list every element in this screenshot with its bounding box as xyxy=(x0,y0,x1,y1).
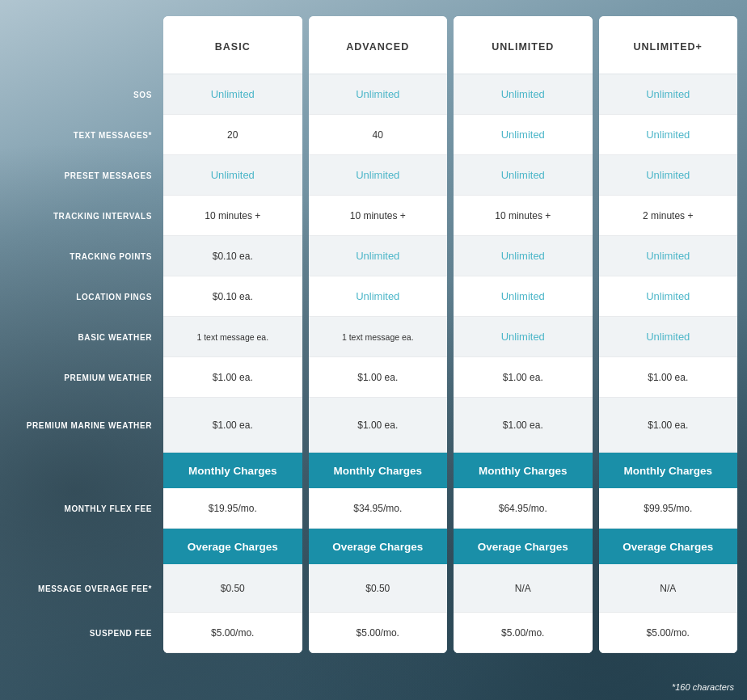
advanced-message-overage-fee: $0.50 xyxy=(309,564,448,613)
label-message-overage-fee: MESSAGE OVERAGE FEE* xyxy=(10,564,163,613)
unlimitedplus-monthly-flex-fee: $99.95/mo. xyxy=(599,488,738,529)
basic-premium-weather: $1.00 ea. xyxy=(163,357,302,398)
plans-grid: BASIC Unlimited 20 Unlimited 10 minutes … xyxy=(163,16,737,653)
unlimitedplus-message-overage-fee: N/A xyxy=(599,564,738,613)
unlimitedplus-preset-messages: Unlimited xyxy=(599,155,738,196)
advanced-premium-weather: $1.00 ea. xyxy=(309,357,448,398)
unlimitedplus-premium-weather: $1.00 ea. xyxy=(599,357,738,398)
basic-overage-section-bar: Overage Charges xyxy=(163,529,302,564)
plan-unlimitedplus-header: UNLIMITED+ xyxy=(599,16,738,74)
labels-column: SOS TEXT MESSAGES* PRESET MESSAGES TRACK… xyxy=(10,16,163,653)
label-premium-marine-weather: PREMIUM MARINE WEATHER xyxy=(10,398,163,453)
unlimited-overage-section-bar: Overage Charges xyxy=(454,529,593,564)
advanced-tracking-intervals: 10 minutes + xyxy=(309,196,448,236)
unlimited-message-overage-fee: N/A xyxy=(454,564,593,613)
plan-basic: BASIC Unlimited 20 Unlimited 10 minutes … xyxy=(163,16,302,653)
basic-basic-weather: 1 text message ea. xyxy=(163,317,302,357)
footnote: *160 characters xyxy=(672,682,734,692)
unlimitedplus-location-pings: Unlimited xyxy=(599,276,738,317)
unlimitedplus-text-messages: Unlimited xyxy=(599,115,738,155)
basic-location-pings: $0.10 ea. xyxy=(163,276,302,317)
basic-suspend-fee: $5.00/mo. xyxy=(163,613,302,653)
advanced-tracking-points: Unlimited xyxy=(309,236,448,276)
unlimitedplus-overage-section-bar: Overage Charges xyxy=(599,529,738,564)
unlimited-text-messages: Unlimited xyxy=(454,115,593,155)
label-sos: SOS xyxy=(10,74,163,115)
unlimited-premium-weather: $1.00 ea. xyxy=(454,357,593,398)
label-preset-messages: PRESET MESSAGES xyxy=(10,155,163,196)
advanced-monthly-section-bar: Monthly Charges xyxy=(309,453,448,488)
unlimited-tracking-points: Unlimited xyxy=(454,236,593,276)
advanced-basic-weather: 1 text message ea. xyxy=(309,317,448,357)
unlimited-suspend-fee: $5.00/mo. xyxy=(454,613,593,653)
basic-monthly-flex-fee: $19.95/mo. xyxy=(163,488,302,529)
unlimitedplus-basic-weather: Unlimited xyxy=(599,317,738,357)
basic-premium-marine-weather: $1.00 ea. xyxy=(163,398,302,453)
label-tracking-intervals: TRACKING INTERVALS xyxy=(10,196,163,236)
plan-advanced: ADVANCED Unlimited 40 Unlimited 10 minut… xyxy=(309,16,448,653)
plan-basic-header: BASIC xyxy=(163,16,302,74)
basic-sos: Unlimited xyxy=(163,74,302,115)
unlimitedplus-sos: Unlimited xyxy=(599,74,738,115)
unlimitedplus-premium-marine-weather: $1.00 ea. xyxy=(599,398,738,453)
plan-unlimited: UNLIMITED Unlimited Unlimited Unlimited … xyxy=(454,16,593,653)
advanced-monthly-flex-fee: $34.95/mo. xyxy=(309,488,448,529)
label-overage-spacer xyxy=(10,529,163,564)
unlimited-tracking-intervals: 10 minutes + xyxy=(454,196,593,236)
unlimited-premium-marine-weather: $1.00 ea. xyxy=(454,398,593,453)
basic-preset-messages: Unlimited xyxy=(163,155,302,196)
unlimited-basic-weather: Unlimited xyxy=(454,317,593,357)
advanced-sos: Unlimited xyxy=(309,74,448,115)
label-text-messages: TEXT MESSAGES* xyxy=(10,115,163,155)
unlimited-preset-messages: Unlimited xyxy=(454,155,593,196)
advanced-premium-marine-weather: $1.00 ea. xyxy=(309,398,448,453)
basic-tracking-intervals: 10 minutes + xyxy=(163,196,302,236)
basic-monthly-section-bar: Monthly Charges xyxy=(163,453,302,488)
label-location-pings: LOCATION PINGS xyxy=(10,276,163,317)
unlimited-monthly-flex-fee: $64.95/mo. xyxy=(454,488,593,529)
label-suspend-fee: SUSPEND FEE xyxy=(10,613,163,653)
plan-unlimitedplus: UNLIMITED+ Unlimited Unlimited Unlimited… xyxy=(599,16,738,653)
unlimited-location-pings: Unlimited xyxy=(454,276,593,317)
plan-advanced-header: ADVANCED xyxy=(309,16,448,74)
unlimitedplus-tracking-points: Unlimited xyxy=(599,236,738,276)
header-spacer xyxy=(10,16,163,74)
label-premium-weather: PREMIUM WEATHER xyxy=(10,357,163,398)
label-monthly-spacer xyxy=(10,453,163,488)
label-basic-weather: BASIC WEATHER xyxy=(10,317,163,357)
basic-tracking-points: $0.10 ea. xyxy=(163,236,302,276)
advanced-text-messages: 40 xyxy=(309,115,448,155)
advanced-suspend-fee: $5.00/mo. xyxy=(309,613,448,653)
unlimitedplus-suspend-fee: $5.00/mo. xyxy=(599,613,738,653)
basic-text-messages: 20 xyxy=(163,115,302,155)
unlimitedplus-tracking-intervals: 2 minutes + xyxy=(599,196,738,236)
unlimitedplus-monthly-section-bar: Monthly Charges xyxy=(599,453,738,488)
plan-unlimited-header: UNLIMITED xyxy=(454,16,593,74)
label-monthly-flex-fee: MONTHLY FLEX FEE xyxy=(10,488,163,529)
advanced-location-pings: Unlimited xyxy=(309,276,448,317)
basic-message-overage-fee: $0.50 xyxy=(163,564,302,613)
advanced-overage-section-bar: Overage Charges xyxy=(309,529,448,564)
advanced-preset-messages: Unlimited xyxy=(309,155,448,196)
label-tracking-points: TRACKING POINTS xyxy=(10,236,163,276)
unlimited-sos: Unlimited xyxy=(454,74,593,115)
unlimited-monthly-section-bar: Monthly Charges xyxy=(454,453,593,488)
